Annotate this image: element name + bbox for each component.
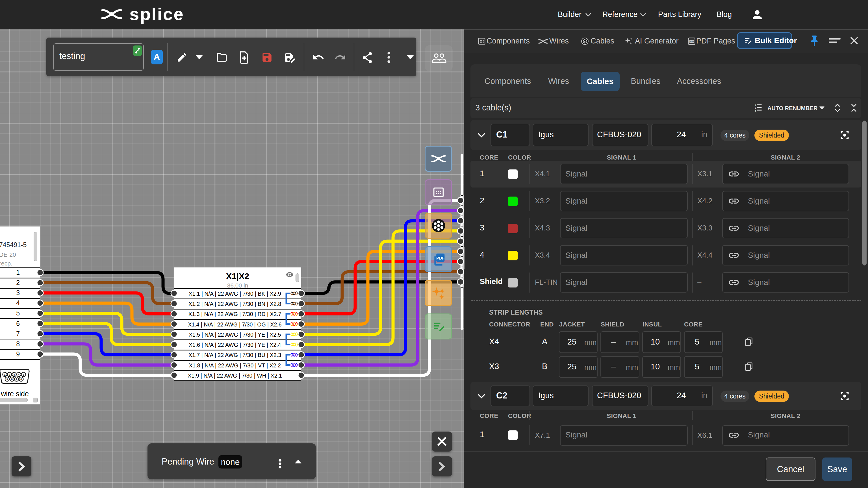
svg-text:PDF: PDF [436,256,444,260]
